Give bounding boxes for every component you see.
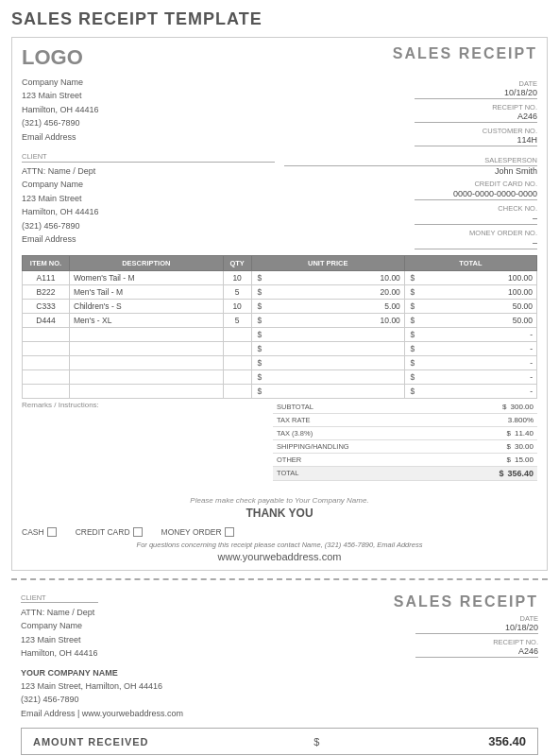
your-company-block: YOUR COMPANY NAME 123 Main Street, Hamil… <box>21 666 538 721</box>
page-title: SALES RECEIPT TEMPLATE <box>11 9 548 29</box>
table-row: $ $ - <box>23 370 537 385</box>
company-info: Company Name 123 Main Street Hamilton, O… <box>22 76 99 146</box>
col-item-no: ITEM NO. <box>23 256 70 271</box>
col-qty: QTY <box>223 256 251 271</box>
table-row: $ $ - <box>23 356 537 370</box>
receipt-divider <box>11 578 548 580</box>
bottom-right-block: SALES RECEIPT DATE 10/18/20 RECEIPT NO. … <box>394 593 538 658</box>
money-order-checkbox[interactable] <box>225 527 234 537</box>
cash-checkbox[interactable] <box>47 527 57 537</box>
col-total: TOTAL <box>404 256 536 271</box>
col-unit-price: UNIT PRICE <box>251 256 404 271</box>
bottom-receipt: CLIENT ATTN: Name / Dept Company Name 12… <box>11 588 548 756</box>
credit-card-option: CREDIT CARD <box>76 527 143 537</box>
logo: LOGO <box>22 45 83 70</box>
payment-methods: CASH CREDIT CARD MONEY ORDER <box>22 527 537 537</box>
footer-contact: For questions concerning this receipt pl… <box>22 541 537 549</box>
money-order-option: MONEY ORDER <box>161 527 234 537</box>
salesperson-block: SALESPERSON John Smith CREDIT CARD NO. 0… <box>284 152 537 249</box>
table-row: A111 Women's Tail - M 10 $ 10.00 $ 100.0… <box>23 271 537 285</box>
table-row: $ $ - <box>23 328 537 342</box>
amount-dollar-sign: $ <box>313 736 319 747</box>
thank-you-block: Please make check payable to Your Compan… <box>22 496 537 520</box>
client-salesperson-row: CLIENT ATTN: Name / Dept Company Name 12… <box>22 152 537 249</box>
table-row: $ $ - <box>23 342 537 356</box>
summary-area: Remarks / Instructions: SUBTOTAL $300.00… <box>22 401 537 481</box>
bottom-header: CLIENT ATTN: Name / Dept Company Name 12… <box>21 593 538 661</box>
footer-website: www.yourwebaddress.com <box>22 551 537 562</box>
table-row: $ $ - <box>23 385 537 399</box>
sales-receipt-label: SALES RECEIPT <box>393 45 537 62</box>
col-description: DESCRIPTION <box>70 256 224 271</box>
amount-value: 356.40 <box>488 734 526 748</box>
main-receipt: LOGO SALES RECEIPT Company Name 123 Main… <box>11 37 548 571</box>
table-row: D444 Men's - XL 5 $ 10.00 $ 50.00 <box>23 314 537 328</box>
table-row: B222 Men's Tail - M 5 $ 20.00 $ 100.00 <box>23 285 537 300</box>
header-right-fields: DATE 10/18/20 RECEIPT NO. A246 CUSTOMER … <box>415 76 537 146</box>
amount-received-label: AMOUNT RECEIVED <box>33 736 149 747</box>
credit-checkbox[interactable] <box>133 527 143 537</box>
client-block: CLIENT ATTN: Name / Dept Company Name 12… <box>22 152 275 249</box>
cash-option: CASH <box>22 527 57 537</box>
receipt-header: LOGO SALES RECEIPT <box>22 45 537 70</box>
summary-block: SUBTOTAL $300.00 TAX RATE 3.800% TAX (3.… <box>273 401 537 481</box>
items-table: ITEM NO. DESCRIPTION QTY UNIT PRICE TOTA… <box>22 255 537 399</box>
amount-received-box: AMOUNT RECEIVED $ 356.40 <box>21 728 538 755</box>
bottom-client-block: CLIENT ATTN: Name / Dept Company Name 12… <box>21 593 98 661</box>
remarks-block: Remarks / Instructions: <box>22 401 273 481</box>
table-row: C333 Children's - S 10 $ 5.00 $ 50.00 <box>23 300 537 314</box>
